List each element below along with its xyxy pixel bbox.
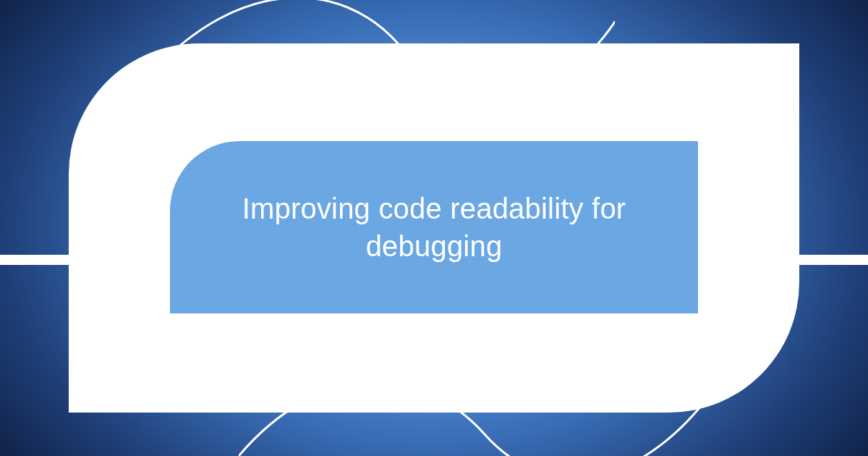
card-title: Improving code readability for debugging [170, 190, 698, 265]
inner-card: Improving code readability for debugging [170, 141, 698, 313]
hero-banner: Improving code readability for debugging [0, 0, 868, 456]
